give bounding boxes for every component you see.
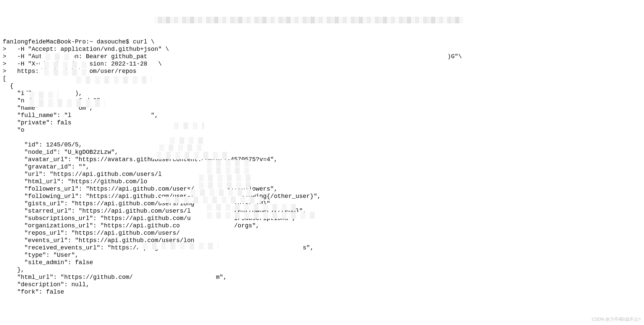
json-owner-login <box>3 134 24 141</box>
redaction-json-2 <box>39 62 89 68</box>
json-owner-organizations-url: "organizations_url": "https://api.github… <box>3 222 259 229</box>
redaction-json-4 <box>72 76 152 84</box>
curl-header-accept: > -H "Accept: application/vnd.github+jso… <box>3 46 169 52</box>
redaction-gists <box>202 167 249 174</box>
json-full-name: "full_name": "l ", <box>3 112 158 119</box>
json-fork: "fork": false <box>3 289 64 295</box>
redaction-followers <box>152 152 231 159</box>
redaction-json-3 <box>39 69 89 76</box>
redaction-received-events <box>202 212 316 219</box>
prompt-line: fanlongfeideMacBook-Pro:~ dasouche$ curl… <box>3 38 155 45</box>
json-owner-html-url: "html_url": "https://github.com/lo <box>3 178 147 185</box>
redaction-orgs <box>186 189 253 196</box>
redaction-events <box>202 204 296 211</box>
redaction-starred <box>194 175 250 181</box>
json-owner-gravatar-id: "gravatar_id": "", <box>3 164 89 170</box>
redaction-avatar <box>169 122 204 129</box>
redaction-json-6 <box>25 99 105 107</box>
json-owner-id: "id": 1245/05/5, <box>3 141 82 148</box>
json-open-brace: { <box>3 83 13 89</box>
redaction-html-url-owner <box>155 144 205 151</box>
redaction-html-url <box>138 243 218 249</box>
redaction-repos <box>161 197 261 203</box>
json-open-bracket: [ <box>3 75 6 82</box>
json-owner-open: "o <box>3 127 24 133</box>
json-owner-url: "url": "https://api.github.com/users/l , <box>3 171 202 178</box>
json-owner-node-id: "node_id": "U_kgDOB2zLzw", <box>3 149 118 155</box>
redaction-subscriptions <box>194 182 250 189</box>
json-html-url: "html_url": "https://github.com/ m", <box>3 274 227 281</box>
redaction-following <box>202 160 249 167</box>
json-owner-type: "type": "User", <box>3 252 79 258</box>
redaction-json-1 <box>41 53 74 60</box>
redaction-json-5 <box>25 92 58 98</box>
json-owner-close-brace: }, <box>3 266 24 273</box>
json-owner-repos-url: "repos_url": "https://api.github.com/use… <box>3 230 180 236</box>
redaction-url <box>165 137 204 144</box>
redaction-auth-token <box>154 17 463 23</box>
json-description: "description": null, <box>3 281 89 288</box>
json-owner-site-admin: "site_admin": false <box>3 259 93 266</box>
json-private: "private": fals <box>3 119 71 126</box>
csdn-watermark: CSDN @力不竭!!战不止!! <box>592 316 641 323</box>
terminal-output: fanlongfeideMacBook-Pro:~ dasouche$ curl… <box>3 31 641 296</box>
